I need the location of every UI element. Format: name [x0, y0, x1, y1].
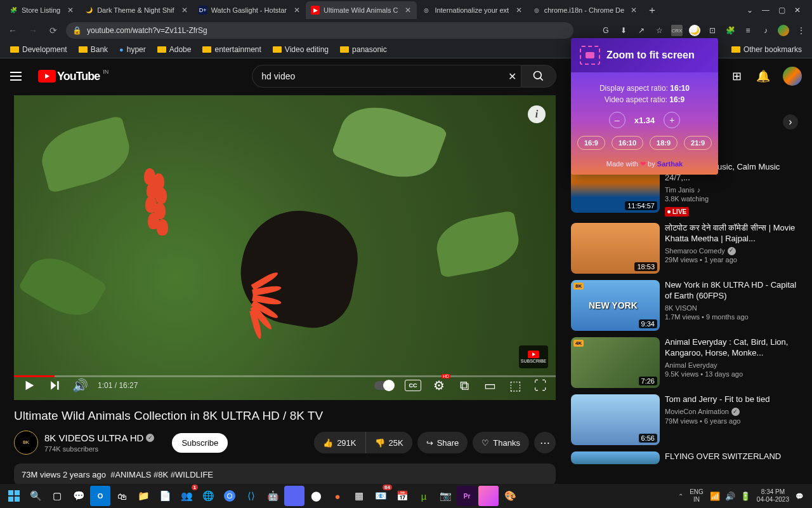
profile-avatar-icon[interactable]: [778, 25, 789, 36]
new-tab-button[interactable]: ＋: [645, 3, 660, 18]
outlook-icon[interactable]: O: [90, 486, 110, 506]
notifications-tray-icon[interactable]: 💬: [796, 493, 803, 500]
notepad-icon[interactable]: 📄: [155, 486, 175, 506]
youtube-logo[interactable]: YouTube IN: [38, 70, 100, 83]
google-icon[interactable]: G: [600, 25, 612, 36]
browser-tab[interactable]: 🌙Dark Theme & Night Shif✕: [79, 1, 193, 19]
chrome-icon[interactable]: [219, 486, 240, 506]
language-indicator[interactable]: ENGIN: [690, 488, 704, 504]
volume-button[interactable]: 🔊: [72, 378, 88, 393]
play-button[interactable]: [22, 378, 37, 393]
app-icon[interactable]: [478, 486, 499, 506]
menu-icon[interactable]: ⋮: [796, 25, 807, 36]
crx-icon[interactable]: CRX: [671, 25, 683, 36]
menu-button[interactable]: [10, 69, 25, 84]
url-bar[interactable]: 🔒 youtube.com/watch?v=Zv11L-ZfrSg: [66, 22, 573, 39]
like-button[interactable]: 👍 291K: [314, 432, 365, 453]
info-card-icon[interactable]: i: [528, 105, 546, 123]
recommendation-item[interactable]: 6:56 Tom and Jerry - Fit to be tiedMovie…: [571, 394, 798, 445]
search-button[interactable]: [521, 65, 556, 88]
bookmark-folder[interactable]: Video editing: [269, 44, 332, 55]
moon-ext-icon[interactable]: 🌙: [689, 25, 700, 36]
close-icon[interactable]: ✕: [515, 6, 523, 14]
bookmark-star-icon[interactable]: ☆: [653, 25, 665, 36]
fullscreen-button[interactable]: ⛶: [533, 378, 548, 393]
pip-button[interactable]: ⬚: [508, 378, 523, 393]
tray-expand-icon[interactable]: ⌃: [678, 493, 683, 500]
more-actions-button[interactable]: ⋯: [534, 432, 556, 453]
app-icon[interactable]: [284, 486, 304, 506]
forward-button[interactable]: →: [25, 23, 41, 38]
ratio-preset[interactable]: 21:9: [684, 136, 712, 150]
bookmark-folder[interactable]: Adobe: [154, 44, 195, 55]
browser-tab[interactable]: 🧩Store Listing✕: [4, 1, 79, 19]
user-avatar[interactable]: [783, 67, 802, 86]
share-icon[interactable]: ↗: [636, 25, 647, 36]
clock[interactable]: 8:34 PM04-04-2023: [757, 488, 789, 504]
reading-list-icon[interactable]: ≡: [742, 25, 754, 36]
github-icon[interactable]: ⬤: [306, 486, 326, 506]
teams-icon[interactable]: 💬: [69, 486, 89, 506]
thanks-button[interactable]: ♡ Thanks: [473, 432, 529, 453]
battery-icon[interactable]: 🔋: [740, 491, 750, 501]
author-link[interactable]: Sarthak: [657, 160, 683, 168]
volume-icon[interactable]: 🔊: [725, 491, 735, 501]
bookmark-folder[interactable]: panasonic: [336, 44, 391, 55]
minimize-icon[interactable]: —: [762, 6, 769, 15]
captions-button[interactable]: CC: [405, 380, 421, 391]
ratio-preset[interactable]: 16:10: [612, 136, 643, 150]
recommendation-item[interactable]: 18:53 लोटपोट कर देने वाली कॉमेडी सीन्स |…: [571, 223, 798, 274]
subscribe-button[interactable]: Subscribe: [172, 433, 228, 453]
bookmark-folder[interactable]: Bank: [75, 44, 112, 55]
notifications-icon[interactable]: 🔔: [756, 69, 770, 83]
create-icon[interactable]: ⊞: [730, 69, 743, 83]
subscribe-watermark[interactable]: SUBSCRIBE: [519, 345, 548, 368]
install-icon[interactable]: ⬇: [618, 25, 629, 36]
other-bookmarks[interactable]: Other bookmarks: [728, 44, 806, 55]
start-button[interactable]: [4, 486, 24, 506]
channel-avatar[interactable]: 8K: [14, 431, 38, 455]
close-icon[interactable]: ✕: [293, 6, 301, 14]
bookmark-folder[interactable]: entertainment: [199, 44, 265, 55]
browser-tab[interactable]: D+Watch Gaslight - Hotstar✕: [193, 1, 306, 19]
calendar-icon[interactable]: 📅: [392, 486, 412, 506]
torrent-icon[interactable]: µ: [414, 486, 434, 506]
recommendation-item[interactable]: FLYING OVER SWITZERLAND: [571, 451, 798, 464]
maximize-icon[interactable]: ▢: [778, 6, 785, 15]
share-button[interactable]: ↪ Share: [417, 432, 468, 453]
store-icon[interactable]: 🛍: [112, 486, 132, 506]
theater-button[interactable]: ▭: [482, 378, 497, 393]
dropdown-icon[interactable]: ⌄: [747, 6, 753, 15]
premiere-icon[interactable]: Pr: [457, 486, 477, 506]
settings-button[interactable]: ⚙HD: [431, 378, 447, 393]
dislike-button[interactable]: 👎 25K: [366, 432, 412, 453]
close-icon[interactable]: ✕: [631, 6, 637, 14]
paint-icon[interactable]: 🎨: [500, 486, 520, 506]
video-player[interactable]: i SUBSCRIBE 🔊 1:01 / 16:27 CC ⚙HD ⧉ ▭ ⬚ …: [14, 95, 556, 400]
task-view-icon[interactable]: ▢: [47, 486, 67, 506]
ratio-preset[interactable]: 16:9: [577, 136, 605, 150]
close-window-icon[interactable]: ✕: [794, 6, 801, 15]
channel-name[interactable]: 8K VIDEOS ULTRA HD✓: [44, 432, 154, 444]
chevron-right-icon[interactable]: ›: [783, 114, 798, 130]
miniplayer-button[interactable]: ⧉: [457, 378, 472, 393]
next-button[interactable]: [47, 378, 62, 393]
close-icon[interactable]: ✕: [67, 6, 74, 14]
recommendation-item[interactable]: 8KNEW YORK9:34 New York in 8K ULTRA HD -…: [571, 280, 798, 331]
description-box[interactable]: 73M views 2 years ago #ANIMALS #8K #WILD…: [14, 464, 556, 486]
android-studio-icon[interactable]: 🤖: [263, 486, 283, 506]
edge-icon[interactable]: 🌐: [198, 486, 218, 506]
autoplay-toggle[interactable]: [374, 381, 395, 390]
bookmark-folder[interactable]: Development: [6, 44, 71, 55]
clear-search-button[interactable]: ✕: [503, 65, 521, 88]
puzzle-icon[interactable]: 🧩: [724, 25, 736, 36]
camera-icon[interactable]: 📷: [435, 486, 455, 506]
recommendation-item[interactable]: 4K7:26 Animal Everyday : Cat, Bird, Lion…: [571, 337, 798, 388]
search-input[interactable]: [252, 65, 503, 88]
app-icon[interactable]: ▦: [349, 486, 369, 506]
reload-button[interactable]: ⟳: [46, 23, 61, 38]
search-taskbar-icon[interactable]: 🔍: [25, 486, 46, 506]
bookmark-item[interactable]: ●hyper: [115, 44, 150, 55]
zoom-in-button[interactable]: +: [664, 112, 680, 128]
mail-icon[interactable]: 📧84: [370, 486, 391, 506]
